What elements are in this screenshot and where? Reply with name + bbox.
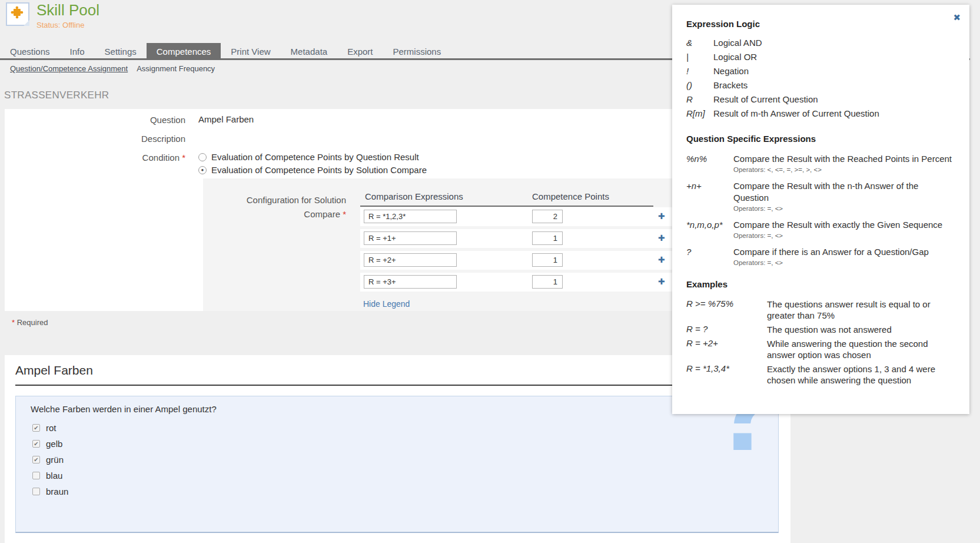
add-row-icon[interactable]: ✚ bbox=[658, 233, 665, 243]
legend-item: ? Compare if there is an Answer for a Qu… bbox=[686, 246, 955, 266]
close-icon[interactable]: ✖ bbox=[953, 12, 961, 23]
table-row: ✚ bbox=[360, 207, 672, 226]
answer-option: ✔ rot bbox=[32, 420, 68, 436]
competence-points-input[interactable] bbox=[532, 231, 563, 245]
legend-item: R = ?The question was not answered bbox=[686, 324, 955, 335]
section-title: STRASSENVERKEHR bbox=[4, 90, 109, 101]
tab-export[interactable]: Export bbox=[337, 43, 383, 58]
operators-note: Operators: =, <> bbox=[733, 205, 955, 212]
resource-icon bbox=[6, 2, 29, 26]
comparison-table-body: ✚ ✚ ✚ ✚ bbox=[360, 207, 672, 294]
description-label: Description bbox=[5, 134, 185, 144]
sub-navigation: Question/Competence Assignment Assignmen… bbox=[10, 64, 215, 73]
legend-item: &Logical AND bbox=[686, 36, 955, 50]
condition-label: Condition * bbox=[5, 153, 185, 163]
tab-permissions[interactable]: Permissions bbox=[383, 43, 451, 58]
checkbox-gruen: ✔ bbox=[32, 456, 40, 463]
legend-item: !Negation bbox=[686, 64, 955, 78]
question-label: Question bbox=[5, 115, 185, 125]
operators-note: Operators: =, <> bbox=[733, 259, 929, 266]
legend-item: R = *1,3,4*Exactly the answer options 1,… bbox=[686, 363, 955, 386]
tab-settings[interactable]: Settings bbox=[95, 43, 147, 58]
answer-options: ✔ rot ✔ gelb ✔ grün blau braun bbox=[32, 420, 68, 499]
answer-option-label: blau bbox=[46, 471, 62, 481]
example-list: R >= %75%The questions answer result is … bbox=[686, 299, 955, 386]
question-value: Ampel Farben bbox=[198, 114, 254, 124]
legend-item: R[m]Result of m-th Answer of Current Que… bbox=[686, 107, 955, 121]
checkbox-braun bbox=[32, 488, 40, 495]
answer-option-label: braun bbox=[46, 486, 68, 496]
legend-title-examples: Examples bbox=[686, 279, 955, 289]
preview-title: Ampel Farben bbox=[15, 363, 93, 378]
tab-questions[interactable]: Questions bbox=[0, 43, 60, 58]
subnav-assignment-frequency[interactable]: Assignment Frequency bbox=[137, 64, 215, 73]
col-comparison-expressions: Comparison Expressions bbox=[365, 191, 463, 201]
answer-option-label: rot bbox=[46, 423, 57, 433]
page-title: Skill Pool bbox=[36, 1, 99, 19]
skill-pool-page: Skill Pool Status: Offline Questions Inf… bbox=[0, 0, 980, 543]
legend-item: R = +2+While answering the question the … bbox=[686, 338, 955, 360]
legend-item: |Logical OR bbox=[686, 50, 955, 64]
table-header-rule bbox=[360, 206, 653, 207]
tab-print-view[interactable]: Print View bbox=[221, 43, 280, 58]
question-text: Welche Farben werden in einer Ampel genu… bbox=[31, 404, 217, 414]
subnav-question-competence-assignment[interactable]: Question/Competence Assignment bbox=[10, 64, 128, 73]
answer-option: ✔ gelb bbox=[32, 436, 68, 452]
checkbox-rot: ✔ bbox=[32, 424, 40, 432]
operators-note: Operators: =, <> bbox=[733, 232, 942, 239]
comparison-expression-input[interactable] bbox=[364, 231, 457, 245]
answer-option-label: grün bbox=[46, 455, 64, 465]
legend-item: %n% Compare the Result with the Reached … bbox=[686, 153, 955, 173]
comparison-expression-input[interactable] bbox=[364, 275, 457, 289]
answer-option-label: gelb bbox=[46, 439, 62, 449]
condition-option-question-result: Evaluation of Competence Points by Quest… bbox=[198, 152, 419, 162]
tab-metadata[interactable]: Metadata bbox=[281, 43, 338, 58]
answer-option: ✔ grün bbox=[32, 452, 68, 468]
add-row-icon[interactable]: ✚ bbox=[658, 277, 665, 286]
required-star: * bbox=[182, 153, 185, 163]
radio-solution-compare[interactable]: ● bbox=[198, 166, 207, 174]
comparison-expression-input[interactable] bbox=[364, 253, 457, 267]
add-row-icon[interactable]: ✚ bbox=[658, 211, 665, 221]
legend-item: R >= %75%The questions answer result is … bbox=[686, 299, 955, 321]
solution-compare-config: Configuration for Solution Compare * Com… bbox=[203, 178, 672, 311]
hide-legend-link[interactable]: Hide Legend bbox=[363, 299, 410, 309]
question-specific-list: %n% Compare the Result with the Reached … bbox=[686, 153, 955, 266]
checkbox-blau bbox=[32, 472, 40, 479]
legend-title-question-specific: Question Specific Expressions bbox=[686, 134, 955, 144]
preview-title-rule bbox=[15, 385, 780, 386]
competence-points-input[interactable] bbox=[532, 210, 563, 223]
puzzle-icon bbox=[10, 5, 25, 23]
checkbox-gelb: ✔ bbox=[32, 440, 40, 448]
table-row: ✚ bbox=[360, 229, 672, 248]
legend-item: ()Brackets bbox=[686, 78, 955, 92]
legend-content: Expression Logic &Logical AND |Logical O… bbox=[672, 5, 969, 386]
add-row-icon[interactable]: ✚ bbox=[658, 255, 665, 264]
competence-points-input[interactable] bbox=[532, 253, 563, 267]
required-note: * Required bbox=[12, 318, 48, 327]
logic-list: &Logical AND |Logical OR !Negation ()Bra… bbox=[686, 36, 955, 121]
condition-option-solution-compare: ● Evaluation of Competence Points by Sol… bbox=[198, 165, 427, 175]
required-star: * bbox=[343, 209, 346, 219]
legend-item: +n+ Compare the Result with the n-th Ans… bbox=[686, 180, 955, 212]
comparison-expression-input[interactable] bbox=[364, 210, 457, 223]
table-row: ✚ bbox=[360, 251, 672, 270]
table-row: ✚ bbox=[360, 273, 672, 292]
answer-option: braun bbox=[32, 484, 68, 499]
radio-question-result[interactable] bbox=[198, 153, 207, 161]
tab-info[interactable]: Info bbox=[60, 43, 95, 58]
config-label: Configuration for Solution Compare * bbox=[203, 193, 346, 221]
competence-points-input[interactable] bbox=[532, 275, 563, 289]
status-badge: Status: Offline bbox=[36, 21, 84, 29]
tab-competences[interactable]: Competences bbox=[147, 43, 221, 58]
operators-note: Operators: <, <=, =, >=, >, <> bbox=[733, 166, 952, 173]
legend-item: RResult of Current Question bbox=[686, 92, 955, 107]
radio-question-result-label: Evaluation of Competence Points by Quest… bbox=[211, 152, 419, 162]
legend-item: *n,m,o,p* Compare the Result with exactl… bbox=[686, 219, 955, 239]
col-competence-points: Competence Points bbox=[532, 191, 609, 201]
question-panel: Welche Farben werden in einer Ampel genu… bbox=[15, 396, 779, 533]
radio-solution-compare-label: Evaluation of Competence Points by Solut… bbox=[211, 165, 427, 175]
expression-legend-panel: ✖ Expression Logic &Logical AND |Logical… bbox=[672, 5, 969, 414]
answer-option: blau bbox=[32, 468, 68, 484]
legend-title-expression-logic: Expression Logic bbox=[686, 19, 955, 29]
